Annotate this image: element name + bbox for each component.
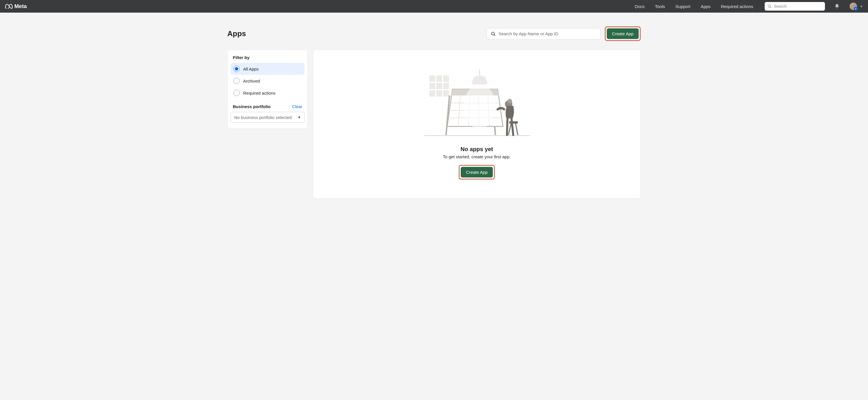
svg-rect-6 (443, 75, 449, 82)
page-body: Apps Create App Filter by All Apps (213, 12, 655, 212)
annotation-highlight: Create App (605, 26, 641, 41)
empty-state-illustration (424, 69, 530, 138)
brand-name: Meta (14, 3, 27, 9)
select-text: No business portfolio selected (234, 115, 291, 120)
create-app-button[interactable]: Create App (461, 167, 493, 177)
nav-required-actions[interactable]: Required actions (721, 4, 753, 9)
page-header: Apps Create App (227, 26, 641, 41)
empty-state-text: To get started, create your first app. (443, 154, 510, 159)
search-icon (768, 4, 772, 9)
brand-logo[interactable]: Meta (5, 3, 27, 9)
svg-rect-5 (436, 75, 442, 82)
svg-rect-12 (443, 90, 449, 97)
filter-sidebar: Filter by All Apps Archived Required act… (227, 49, 308, 129)
radio-icon (234, 78, 240, 84)
app-search-input[interactable] (499, 31, 596, 36)
avatar (849, 3, 857, 10)
clear-link[interactable]: Clear (292, 104, 302, 109)
svg-line-1 (770, 7, 771, 8)
svg-rect-7 (429, 83, 435, 89)
nav-apps[interactable]: Apps (701, 4, 710, 9)
chevron-down-icon: ▼ (298, 115, 301, 119)
global-search[interactable] (765, 2, 825, 11)
main-panel: No apps yet To get started, create your … (313, 49, 641, 199)
annotation-highlight: Create App (459, 165, 495, 179)
create-app-button[interactable]: Create App (607, 28, 639, 39)
columns: Filter by All Apps Archived Required act… (227, 49, 641, 199)
svg-line-3 (494, 34, 495, 36)
bell-icon (834, 3, 840, 9)
notifications-button[interactable] (834, 3, 840, 9)
facebook-badge-icon (854, 7, 858, 11)
top-header: Meta Docs Tools Support Apps Required ac… (0, 0, 868, 12)
filter-all-apps[interactable]: All Apps (230, 63, 305, 75)
search-icon (491, 31, 496, 36)
radio-icon (234, 66, 240, 72)
empty-state-title: No apps yet (460, 146, 493, 153)
business-portfolio-title: Business portfolio (233, 104, 271, 109)
page-header-actions: Create App (487, 26, 641, 41)
account-menu[interactable]: ▼ (849, 3, 863, 10)
svg-point-23 (464, 84, 495, 129)
app-search[interactable] (487, 28, 601, 40)
nav-docs[interactable]: Docs (635, 4, 645, 9)
chevron-down-icon: ▼ (860, 5, 863, 8)
svg-rect-8 (436, 83, 442, 89)
svg-rect-4 (429, 75, 435, 82)
svg-rect-11 (436, 90, 442, 97)
filter-label: Required actions (243, 91, 276, 96)
filter-label: All Apps (243, 67, 259, 71)
business-portfolio-select[interactable]: No business portfolio selected ▼ (230, 112, 305, 123)
filter-label: Archived (243, 78, 260, 84)
nav-tools[interactable]: Tools (655, 4, 665, 9)
nav-support[interactable]: Support (675, 4, 691, 9)
svg-point-27 (507, 99, 512, 103)
nav-links: Docs Tools Support Apps Required actions (635, 4, 753, 9)
filter-required-actions[interactable]: Required actions (230, 87, 305, 99)
business-portfolio-header: Business portfolio Clear (230, 99, 305, 112)
meta-infinity-icon (5, 4, 12, 9)
svg-rect-10 (429, 90, 435, 97)
svg-rect-9 (443, 83, 449, 89)
filter-archived[interactable]: Archived (230, 75, 305, 87)
svg-rect-25 (509, 121, 518, 124)
radio-icon (234, 90, 240, 96)
filter-title: Filter by (230, 55, 305, 63)
page-title: Apps (227, 29, 246, 38)
global-search-input[interactable] (774, 4, 822, 9)
